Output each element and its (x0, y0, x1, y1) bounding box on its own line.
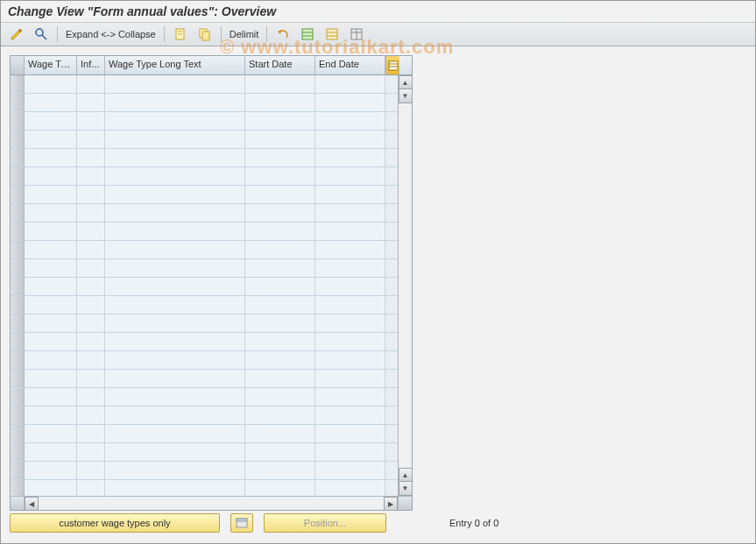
cell-start-date[interactable] (245, 186, 315, 203)
row-selector[interactable] (11, 351, 25, 369)
table-settings-button[interactable] (346, 25, 367, 43)
cell-wage-type[interactable] (25, 167, 77, 185)
copy-button[interactable] (194, 25, 215, 43)
cell-infotype[interactable] (77, 480, 105, 496)
row-selector[interactable] (11, 406, 25, 424)
select-all-button[interactable] (297, 25, 318, 43)
deselect-all-button[interactable] (321, 25, 343, 43)
customer-wage-types-button[interactable]: customer wage types only (10, 513, 220, 533)
table-row[interactable] (11, 425, 398, 443)
position-icon-button[interactable] (230, 513, 253, 533)
row-selector[interactable] (11, 370, 25, 387)
cell-wage-type[interactable] (25, 241, 77, 258)
cell-long-text[interactable] (105, 131, 245, 148)
cell-infotype[interactable] (77, 425, 105, 442)
cell-end-date[interactable] (315, 480, 385, 496)
cell-infotype[interactable] (77, 314, 105, 332)
cell-long-text[interactable] (105, 388, 245, 406)
table-row[interactable] (11, 223, 398, 241)
cell-end-date[interactable] (315, 259, 385, 277)
cell-long-text[interactable] (105, 204, 245, 222)
vertical-scrollbar[interactable]: ▲ ▼ ▲ ▼ (398, 75, 412, 496)
row-selector[interactable] (11, 223, 25, 240)
row-selector[interactable] (11, 314, 25, 332)
cell-wage-type[interactable] (25, 462, 77, 479)
table-row[interactable] (11, 259, 398, 278)
row-selector[interactable] (11, 259, 25, 277)
table-row[interactable] (11, 388, 398, 406)
cell-wage-type[interactable] (25, 370, 77, 387)
cell-end-date[interactable] (315, 94, 385, 111)
cell-end-date[interactable] (315, 296, 385, 314)
cell-infotype[interactable] (77, 186, 105, 203)
cell-start-date[interactable] (245, 443, 315, 461)
cell-long-text[interactable] (105, 443, 245, 461)
cell-long-text[interactable] (105, 94, 245, 111)
row-selector-header[interactable] (11, 56, 25, 74)
scroll-down-button[interactable]: ▼ (399, 89, 413, 103)
cell-start-date[interactable] (245, 406, 315, 424)
cell-wage-type[interactable] (25, 333, 77, 350)
row-selector[interactable] (11, 112, 25, 130)
cell-start-date[interactable] (245, 131, 315, 148)
row-selector[interactable] (11, 480, 25, 496)
cell-end-date[interactable] (315, 388, 385, 406)
cell-infotype[interactable] (77, 296, 105, 314)
cell-long-text[interactable] (105, 296, 245, 314)
col-header-infotype[interactable]: Inf... (77, 56, 105, 74)
cell-start-date[interactable] (245, 259, 315, 277)
table-row[interactable] (11, 167, 398, 186)
cell-end-date[interactable] (315, 149, 385, 166)
cell-start-date[interactable] (245, 278, 315, 295)
cell-start-date[interactable] (245, 296, 315, 314)
scroll-left-button[interactable]: ◀ (25, 497, 39, 511)
cell-wage-type[interactable] (25, 296, 77, 314)
cell-start-date[interactable] (245, 351, 315, 369)
cell-end-date[interactable] (315, 370, 385, 387)
cell-wage-type[interactable] (25, 149, 77, 166)
table-row[interactable] (11, 370, 398, 388)
cell-infotype[interactable] (77, 333, 105, 350)
cell-long-text[interactable] (105, 278, 245, 295)
cell-end-date[interactable] (315, 131, 385, 148)
cell-wage-type[interactable] (25, 351, 77, 369)
cell-end-date[interactable] (315, 443, 385, 461)
cell-long-text[interactable] (105, 314, 245, 332)
row-selector[interactable] (11, 388, 25, 406)
cell-infotype[interactable] (77, 94, 105, 111)
table-row[interactable] (11, 351, 398, 370)
configure-columns-button[interactable] (385, 56, 399, 74)
table-row[interactable] (11, 75, 398, 94)
row-selector[interactable] (11, 167, 25, 185)
cell-end-date[interactable] (315, 75, 385, 93)
cell-wage-type[interactable] (25, 94, 77, 111)
cell-infotype[interactable] (77, 370, 105, 387)
scroll-down-button-bottom[interactable]: ▼ (399, 482, 413, 496)
table-row[interactable] (11, 94, 398, 112)
cell-infotype[interactable] (77, 149, 105, 166)
cell-end-date[interactable] (315, 314, 385, 332)
cell-wage-type[interactable] (25, 314, 77, 332)
cell-infotype[interactable] (77, 462, 105, 479)
toggle-edit-button[interactable] (6, 25, 27, 43)
cell-start-date[interactable] (245, 94, 315, 111)
cell-start-date[interactable] (245, 425, 315, 442)
cell-end-date[interactable] (315, 167, 385, 185)
cell-infotype[interactable] (77, 223, 105, 240)
cell-start-date[interactable] (245, 388, 315, 406)
row-selector[interactable] (11, 94, 25, 111)
table-row[interactable] (11, 131, 398, 149)
cell-infotype[interactable] (77, 131, 105, 148)
cell-end-date[interactable] (315, 112, 385, 130)
row-selector[interactable] (11, 443, 25, 461)
cell-long-text[interactable] (105, 370, 245, 387)
row-selector[interactable] (11, 333, 25, 350)
cell-infotype[interactable] (77, 241, 105, 258)
table-row[interactable] (11, 480, 398, 496)
cell-long-text[interactable] (105, 406, 245, 424)
row-selector[interactable] (11, 425, 25, 442)
cell-wage-type[interactable] (25, 223, 77, 240)
cell-long-text[interactable] (105, 186, 245, 203)
row-selector[interactable] (11, 296, 25, 314)
cell-end-date[interactable] (315, 278, 385, 295)
